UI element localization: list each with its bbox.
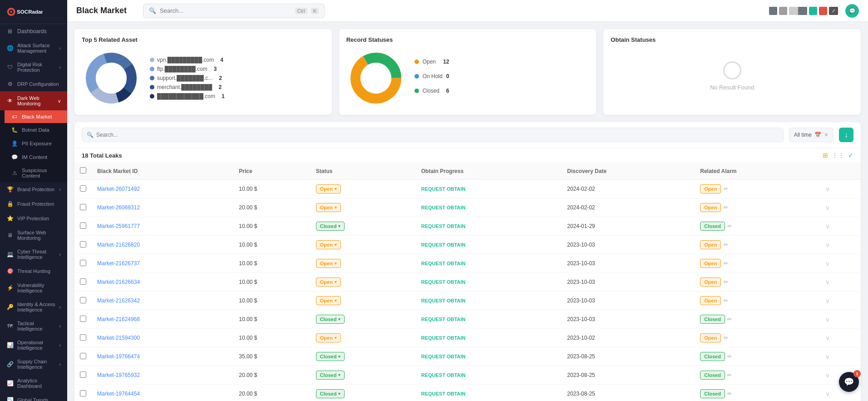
expand-cell[interactable]: ∨ <box>820 292 861 310</box>
sidebar-item-surface-web[interactable]: 🖥 Surface Web Monitoring <box>0 226 67 245</box>
obtain-progress-cell[interactable]: REQUEST OBTAIN <box>416 180 562 198</box>
sidebar-item-analytics[interactable]: 📈 Analytics Dashboard <box>0 374 67 393</box>
expand-row-icon[interactable]: ∨ <box>825 260 830 267</box>
status-cell[interactable]: Open ▾ <box>311 236 416 254</box>
sidebar-item-suspicious[interactable]: ⚠ Suspicious Content <box>5 164 67 182</box>
status-badge[interactable]: Open ▾ <box>316 277 341 287</box>
row-checkbox[interactable] <box>80 185 86 192</box>
alarm-edit-icon[interactable]: ✏ <box>724 242 728 248</box>
status-cell[interactable]: Closed ▾ <box>311 310 416 329</box>
alarm-edit-icon[interactable]: ✏ <box>724 297 728 304</box>
status-badge[interactable]: Open ▾ <box>316 240 341 249</box>
sidebar-item-tactical[interactable]: 🗺 Tactical Intelligence › <box>0 317 67 336</box>
sidebar-item-pii-exposure[interactable]: 👤 PII Exposure <box>5 137 67 150</box>
status-badge[interactable]: Open ▾ <box>316 259 341 268</box>
status-cell[interactable]: Closed ▾ <box>311 385 416 401</box>
expand-row-icon[interactable]: ∨ <box>825 278 830 286</box>
expand-row-icon[interactable]: ∨ <box>825 353 830 360</box>
obtain-progress-cell[interactable]: REQUEST OBTAIN <box>416 366 562 385</box>
global-search-input[interactable] <box>160 7 291 14</box>
sidebar-item-brand-protection[interactable]: 🏆 Brand Protection › <box>0 182 67 197</box>
alarm-edit-icon[interactable]: ✏ <box>727 353 732 360</box>
expand-row-icon[interactable]: ∨ <box>825 223 830 230</box>
expand-row-icon[interactable]: ∨ <box>825 297 830 304</box>
status-badge[interactable]: Closed ▾ <box>316 371 345 380</box>
status-cell[interactable]: Open ▾ <box>311 198 416 217</box>
row-checkbox-cell[interactable] <box>74 366 92 385</box>
expand-cell[interactable]: ∨ <box>820 217 861 236</box>
sidebar-item-dashboards[interactable]: ⊞ Dashboards <box>0 24 67 39</box>
row-checkbox-cell[interactable] <box>74 292 92 310</box>
status-badge[interactable]: Closed ▾ <box>316 315 345 324</box>
expand-row-icon[interactable]: ∨ <box>825 204 830 211</box>
sidebar-item-drp[interactable]: 🛡 Digital Risk Protection › <box>0 58 67 77</box>
row-checkbox-cell[interactable] <box>74 180 92 198</box>
row-checkbox[interactable] <box>80 353 86 359</box>
row-checkbox-cell[interactable] <box>74 385 92 401</box>
obtain-progress-cell[interactable]: REQUEST OBTAIN <box>416 329 562 347</box>
request-obtain-button[interactable]: REQUEST OBTAIN <box>421 391 466 396</box>
check-icon[interactable]: ✓ <box>848 152 853 159</box>
expand-row-icon[interactable]: ∨ <box>825 316 830 323</box>
select-all-header[interactable] <box>74 163 92 180</box>
sidebar-item-identity-access[interactable]: 🔑 Identity & Access Intelligence › <box>0 297 67 317</box>
row-checkbox[interactable] <box>80 334 86 341</box>
row-checkbox-cell[interactable] <box>74 217 92 236</box>
request-obtain-button[interactable]: REQUEST OBTAIN <box>421 372 466 378</box>
status-cell[interactable]: Open ▾ <box>311 273 416 292</box>
request-obtain-button[interactable]: REQUEST OBTAIN <box>421 317 466 322</box>
row-checkbox[interactable] <box>80 278 86 285</box>
row-checkbox-cell[interactable] <box>74 310 92 329</box>
sidebar-item-black-market[interactable]: 🏷 Black Market <box>5 110 67 123</box>
expand-cell[interactable]: ∨ <box>820 180 861 198</box>
expand-row-icon[interactable]: ∨ <box>825 371 830 379</box>
alarm-edit-icon[interactable]: ✏ <box>727 223 732 229</box>
row-checkbox-cell[interactable] <box>74 329 92 347</box>
sidebar-item-attack-surface[interactable]: 🌐 Attack Surface Management › <box>0 39 67 58</box>
status-badge[interactable]: Open ▾ <box>316 184 341 193</box>
request-obtain-button[interactable]: REQUEST OBTAIN <box>421 186 466 192</box>
status-badge[interactable]: Open ▾ <box>316 203 341 212</box>
obtain-progress-cell[interactable]: REQUEST OBTAIN <box>416 236 562 254</box>
sidebar-item-supply-chain[interactable]: 🔗 Supply Chain Intelligence › <box>0 355 67 374</box>
obtain-progress-cell[interactable]: REQUEST OBTAIN <box>416 198 562 217</box>
request-obtain-button[interactable]: REQUEST OBTAIN <box>421 354 466 359</box>
alarm-edit-icon[interactable]: ✏ <box>724 186 728 192</box>
time-filter-dropdown[interactable]: All time 📅 ✕ <box>789 128 833 142</box>
row-checkbox[interactable] <box>80 371 86 378</box>
expand-cell[interactable]: ∨ <box>820 347 861 366</box>
request-obtain-button[interactable]: REQUEST OBTAIN <box>421 205 466 210</box>
row-checkbox-cell[interactable] <box>74 273 92 292</box>
table-search-box[interactable]: 🔍 <box>82 128 784 142</box>
sidebar-item-dark-web[interactable]: 👁 Dark Web Monitoring ∨ <box>0 91 67 110</box>
request-obtain-button[interactable]: REQUEST OBTAIN <box>421 298 466 303</box>
row-checkbox[interactable] <box>80 297 86 303</box>
obtain-progress-cell[interactable]: REQUEST OBTAIN <box>416 292 562 310</box>
expand-cell[interactable]: ∨ <box>820 310 861 329</box>
sidebar-item-vulnerability[interactable]: ⚡ Vulnerability Intelligence <box>0 278 67 297</box>
expand-cell[interactable]: ∨ <box>820 236 861 254</box>
row-checkbox-cell[interactable] <box>74 236 92 254</box>
obtain-progress-cell[interactable]: REQUEST OBTAIN <box>416 273 562 292</box>
row-checkbox[interactable] <box>80 390 86 396</box>
alarm-edit-icon[interactable]: ✏ <box>727 391 732 397</box>
export-button[interactable]: ↓ <box>839 128 853 142</box>
alarm-edit-icon[interactable]: ✏ <box>727 316 732 322</box>
row-checkbox-cell[interactable] <box>74 198 92 217</box>
select-all-checkbox[interactable] <box>80 167 86 173</box>
request-obtain-button[interactable]: REQUEST OBTAIN <box>421 261 466 266</box>
columns-icon[interactable]: ⋮⋮ <box>832 152 844 159</box>
table-search-input[interactable] <box>96 132 779 138</box>
expand-row-icon[interactable]: ∨ <box>825 241 830 248</box>
obtain-progress-cell[interactable]: REQUEST OBTAIN <box>416 347 562 366</box>
user-avatar[interactable]: 💬 <box>845 4 859 18</box>
filter-icon[interactable]: ⊞ <box>823 152 828 159</box>
status-badge[interactable]: Open ▾ <box>316 333 341 342</box>
expand-cell[interactable]: ∨ <box>820 329 861 347</box>
sidebar-item-operational[interactable]: 📊 Operational Intelligence › <box>0 336 67 355</box>
status-cell[interactable]: Open ▾ <box>311 329 416 347</box>
obtain-progress-cell[interactable]: REQUEST OBTAIN <box>416 254 562 273</box>
sidebar-item-im-content[interactable]: 💬 IM Content <box>5 150 67 164</box>
global-search-box[interactable]: 🔍 Ctrl K <box>143 4 325 18</box>
obtain-progress-cell[interactable]: REQUEST OBTAIN <box>416 385 562 401</box>
